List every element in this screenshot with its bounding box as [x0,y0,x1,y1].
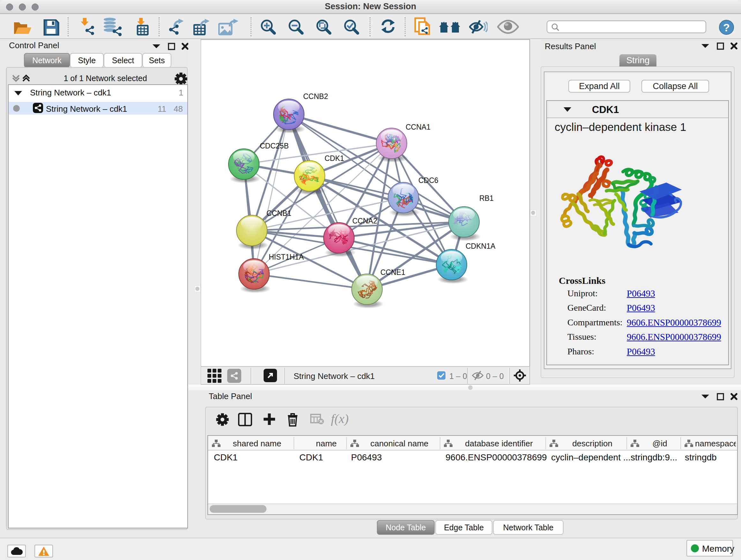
svg-text:CCNB1: CCNB1 [266,209,291,217]
svg-text:CCNB2: CCNB2 [303,92,328,101]
svg-text:RB1: RB1 [479,194,494,202]
svg-text:CDC25B: CDC25B [260,142,289,150]
svg-text:CCNA1: CCNA1 [406,123,430,131]
svg-text:HIST1H1A: HIST1H1A [269,253,304,261]
svg-text:CDKN1A: CDKN1A [466,242,495,250]
svg-text:CDK1: CDK1 [325,154,344,163]
svg-text:CCNA2: CCNA2 [352,217,377,225]
svg-text:CCNE1: CCNE1 [381,268,405,276]
svg-text:CDC6: CDC6 [418,176,439,185]
